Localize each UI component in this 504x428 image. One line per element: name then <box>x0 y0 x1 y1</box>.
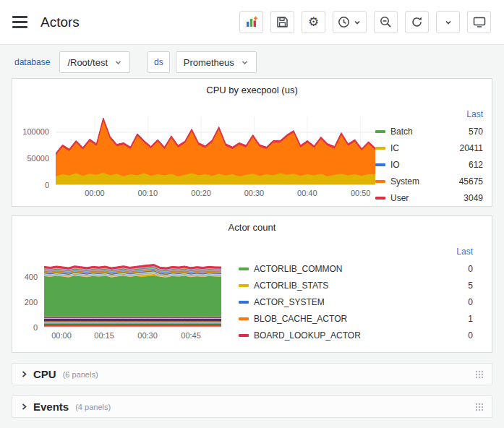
y-tick-label: 0 <box>12 181 49 189</box>
refresh-interval-button[interactable] <box>436 11 460 33</box>
series-last-value: 612 <box>469 160 483 170</box>
legend-row-actorlib-common[interactable]: ACTORLIB_COMMON 0 <box>239 260 473 277</box>
clock-icon <box>338 16 350 28</box>
row-panel-count: (6 panels) <box>63 370 98 379</box>
ds-variable-select[interactable]: Prometheus <box>176 51 257 73</box>
series-last-value: 5 <box>468 281 473 291</box>
chevron-down-icon <box>114 59 122 67</box>
zoom-out-time-button[interactable] <box>374 11 398 33</box>
legend-last-header[interactable]: Last <box>375 109 483 123</box>
dashboard-title: Actors <box>40 14 80 30</box>
cycle-view-mode-button[interactable] <box>467 11 491 33</box>
x-tick-label: 00:50 <box>342 189 380 197</box>
refresh-icon <box>411 16 423 28</box>
series-swatch <box>375 163 385 166</box>
legend-row-batch[interactable]: Batch 570 <box>375 123 483 140</box>
series-last-value: 45675 <box>459 176 483 187</box>
x-tick-label: 00:10 <box>129 189 166 197</box>
ds-variable-label: ds <box>148 51 170 73</box>
row-panel-count: (4 panels) <box>75 403 111 411</box>
x-tick-label: 00:00 <box>43 331 80 340</box>
series-swatch <box>239 317 249 320</box>
actor-count-chart[interactable]: 00:0000:1500:3000:450200400 <box>12 262 221 343</box>
series-last-value: 570 <box>469 127 483 137</box>
menu-icon[interactable] <box>10 14 30 30</box>
series-name: Batch <box>390 127 413 137</box>
gear-icon: ⚙ <box>308 16 319 28</box>
chevron-down-icon <box>353 18 362 27</box>
series-name: ACTORLIB_STATS <box>254 281 328 291</box>
series-name: BLOB_CACHE_ACTOR <box>254 314 347 324</box>
y-tick-label: 200 <box>12 298 38 307</box>
series-swatch <box>239 284 249 287</box>
series-name: ACTOR_SYSTEM <box>254 297 325 307</box>
x-tick-label: 00:45 <box>172 331 210 340</box>
legend-row-blob-cache-actor[interactable]: BLOB_CACHE_ACTOR 1 <box>239 310 473 327</box>
legend-last-header[interactable]: Last <box>239 247 473 260</box>
series-swatch <box>375 147 385 150</box>
chevron-down-icon <box>444 18 453 27</box>
series-band-top <box>44 265 221 270</box>
series-name: IC <box>390 143 399 153</box>
cpu-chart[interactable]: 00:0000:1000:2000:3000:4000:500500001000… <box>12 116 375 201</box>
chevron-down-icon <box>241 59 249 67</box>
x-tick-label: 00:40 <box>289 189 326 197</box>
panel-title[interactable]: CPU by execpool (us) <box>12 79 492 99</box>
y-tick-label: 0 <box>12 323 38 332</box>
plot-area[interactable] <box>56 116 375 185</box>
chevron-right-icon <box>20 402 28 411</box>
tv-icon <box>473 16 486 28</box>
series-name: BOARD_LOOKUP_ACTOR <box>254 330 361 341</box>
series-System <box>56 119 375 176</box>
legend-row-actor-system[interactable]: ACTOR_SYSTEM 0 <box>239 294 473 310</box>
ds-variable-value: Prometheus <box>184 57 234 68</box>
panel-cpu-by-execpool: CPU by execpool (us) 00:0000:1000:2000:3… <box>12 78 492 207</box>
add-visualization-icon <box>245 16 258 28</box>
top-nav-bar: Actors ⚙ <box>0 0 504 45</box>
zoom-out-icon <box>380 16 392 28</box>
database-variable-select[interactable]: /Root/test <box>59 51 130 73</box>
series-swatch <box>375 180 385 183</box>
legend-row-actorlib-stats[interactable]: ACTORLIB_STATS 5 <box>239 277 473 294</box>
x-tick-label: 00:30 <box>235 189 273 197</box>
plot-area[interactable] <box>44 262 221 328</box>
save-dashboard-button[interactable] <box>270 11 294 33</box>
series-name: System <box>390 176 419 187</box>
series-swatch <box>375 130 385 133</box>
legend-row-io[interactable]: IO 612 <box>375 156 483 173</box>
dashboard-toolbar: ⚙ <box>239 11 491 33</box>
database-variable-value: /Root/test <box>67 57 108 68</box>
add-visualization-button[interactable] <box>239 11 263 33</box>
legend-row-user[interactable]: User 3049 <box>375 189 483 206</box>
y-tick-label: 400 <box>12 273 38 281</box>
series-last-value: 20411 <box>460 143 483 153</box>
drag-handle-icon[interactable] <box>474 402 484 412</box>
series-last-value: 0 <box>468 264 473 274</box>
series-last-value: 0 <box>468 330 473 341</box>
refresh-button[interactable] <box>405 11 429 33</box>
series-name: IO <box>390 160 400 170</box>
legend-row-ic[interactable]: IC 20411 <box>375 140 483 156</box>
x-tick-label: 00:00 <box>76 189 114 197</box>
row-title: Events <box>33 401 69 413</box>
dashboard-row-events[interactable]: Events (4 panels) <box>12 395 492 418</box>
x-tick-label: 00:20 <box>182 189 220 197</box>
series-last-value: 1 <box>468 314 473 324</box>
y-tick-label: 50000 <box>12 154 49 163</box>
database-variable-label: database <box>14 57 50 67</box>
dashboard-row-cpu[interactable]: CPU (6 panels) <box>12 363 492 385</box>
series-swatch <box>239 268 249 270</box>
panel-title[interactable]: Actor count <box>12 216 492 236</box>
series-swatch <box>239 334 249 337</box>
drag-handle-icon[interactable] <box>474 369 484 380</box>
series-name: User <box>390 193 409 203</box>
actor-count-legend: Last ACTORLIB_COMMON 0 ACTORLIB_STATS 5 … <box>239 247 473 343</box>
time-range-picker-button[interactable] <box>333 11 367 33</box>
dashboard-settings-button[interactable]: ⚙ <box>302 11 325 33</box>
legend-row-board-lookup-actor[interactable]: BOARD_LOOKUP_ACTOR 0 <box>239 327 473 343</box>
chevron-right-icon <box>20 369 28 379</box>
template-variables-bar: database /Root/test ds Prometheus <box>0 45 504 78</box>
legend-row-system[interactable]: System 45675 <box>375 173 483 189</box>
x-tick-label: 00:30 <box>129 331 166 340</box>
series-main-green <box>44 275 221 316</box>
